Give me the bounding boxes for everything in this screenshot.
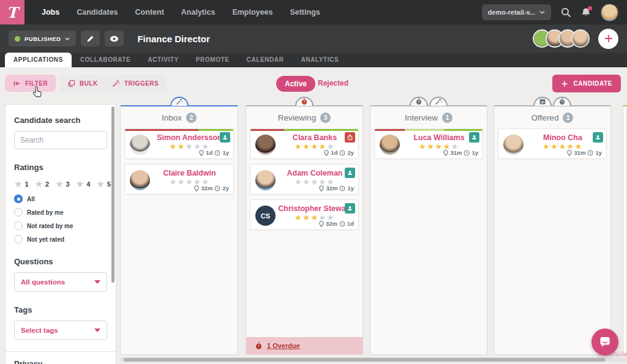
questions-value: All questions — [21, 278, 65, 286]
add-candidate-button[interactable]: CANDIDATE — [552, 75, 621, 92]
stage-header[interactable]: Interview 1 — [370, 106, 487, 128]
rating-filter-not-rated-by-me[interactable]: Not rated by me — [14, 221, 107, 230]
tab-promote[interactable]: PROMOTE — [187, 53, 238, 67]
tab-activity[interactable]: ACTIVITY — [139, 53, 187, 67]
triggers-button[interactable]: TRIGGERS — [104, 75, 167, 92]
avatar-initials: CS — [255, 206, 276, 226]
chevron-down-icon — [94, 329, 100, 332]
rating-filter-not-yet-rated[interactable]: Not yet rated — [14, 235, 107, 243]
candidate-name[interactable]: Christopher Stewart — [277, 204, 352, 213]
nav-item-jobs[interactable]: Jobs — [42, 8, 59, 17]
radio-icon[interactable] — [14, 208, 23, 217]
chat-launcher-button[interactable] — [591, 329, 618, 355]
tags-dropdown[interactable]: Select tags — [14, 321, 107, 340]
stage-column-offered: Offered 1 Minoo Cha ★★★★★ 31m 1y — [494, 105, 611, 355]
radio-icon[interactable] — [14, 235, 23, 243]
clock-icon — [214, 185, 220, 191]
stage-header[interactable]: Offered 1 — [494, 106, 610, 128]
time-in-stage: 32m — [201, 185, 212, 191]
search-icon — [561, 7, 571, 18]
time-in-stage: 31m — [450, 149, 462, 156]
time-since-applied: 1d — [347, 220, 354, 227]
radio-icon[interactable] — [14, 195, 23, 203]
candidate-name[interactable]: Minoo Cha — [525, 133, 600, 142]
bulk-button[interactable]: BULK — [59, 75, 106, 92]
sidebar-scrollbar[interactable] — [111, 106, 115, 283]
tab-calendar[interactable]: CALENDAR — [238, 53, 293, 67]
overdue-stopwatch-icon — [347, 134, 353, 141]
stage-column-partial — [623, 105, 627, 355]
teamtailor-logo[interactable]: T — [0, 0, 24, 24]
nav-item-employees[interactable]: Employees — [232, 8, 272, 17]
nav-item-candidates[interactable]: Candidates — [77, 8, 118, 17]
connected-candidate-badge — [345, 203, 355, 214]
candidate-card[interactable]: Simon Andersson ★★★★★ 1d 1y — [124, 128, 234, 159]
search-button[interactable] — [561, 7, 571, 18]
magic-wand-icon — [176, 98, 183, 105]
star-icon[interactable]: ★ — [76, 179, 84, 190]
rating-filter-rated-by-me[interactable]: Rated by me — [14, 208, 107, 217]
preview-job-button[interactable] — [105, 31, 124, 46]
stage-column-interview: Interview 1 Luca Williams ★★★★★ 31m 1y — [370, 105, 487, 355]
status-dropdown[interactable]: PUBLISHED — [9, 31, 76, 46]
eye-icon — [110, 35, 119, 42]
overdue-footer-link[interactable]: 1 Overdue — [246, 337, 362, 354]
stage-trigger-bump[interactable] — [533, 97, 552, 106]
candidate-name[interactable]: Adam Coleman — [277, 169, 352, 177]
avatar — [130, 135, 150, 155]
stage-trigger-bump[interactable] — [553, 97, 571, 106]
candidate-name[interactable]: Clara Banks — [277, 133, 352, 142]
add-collaborator-button[interactable] — [598, 29, 618, 49]
stage-trigger-bump[interactable] — [429, 97, 448, 106]
nav-item-content[interactable]: Content — [135, 8, 164, 17]
nav-item-settings[interactable]: Settings — [290, 8, 320, 17]
collaborator-avatar[interactable] — [571, 29, 590, 48]
active-toggle[interactable]: Active — [276, 76, 315, 92]
main-nav: Jobs Candidates Content Analytics Employ… — [42, 8, 320, 17]
stage-trigger-bump[interactable] — [410, 97, 428, 106]
person-icon — [595, 134, 601, 141]
candidate-card[interactable]: CS Christopher Stewart ★★★★★ 32m 1d — [250, 199, 359, 230]
board-scrollbar-track — [120, 357, 627, 362]
magic-wand-icon — [435, 98, 442, 105]
rating-scale[interactable]: ★1 ★2 ★3 ★4 ★5 — [14, 179, 107, 190]
edit-job-button[interactable] — [81, 31, 100, 46]
calendar-check-icon — [539, 98, 546, 105]
board-scrollbar-thumb[interactable] — [124, 358, 605, 362]
person-icon — [347, 205, 353, 212]
stage-trigger-bump[interactable] — [295, 97, 314, 106]
avatar — [255, 170, 276, 190]
chevron-down-icon — [539, 10, 545, 14]
rejected-toggle[interactable]: Rejected — [318, 79, 348, 87]
rating-filter-all[interactable]: All — [14, 195, 107, 203]
user-avatar[interactable] — [601, 4, 618, 21]
candidate-name[interactable]: Simon Andersson — [152, 133, 227, 142]
candidate-card[interactable]: Minoo Cha ★★★★★ 31m 1y — [498, 128, 607, 159]
star-icon[interactable]: ★ — [14, 179, 22, 190]
tab-analytics[interactable]: ANALYTICS — [292, 53, 347, 67]
stage-header[interactable]: Reviewing 3 — [246, 106, 362, 128]
stage-trigger-bump[interactable] — [170, 97, 189, 106]
questions-dropdown[interactable]: All questions — [14, 272, 107, 292]
candidate-card[interactable]: Luca Williams ★★★★★ 31m 1y — [374, 128, 483, 159]
search-input[interactable] — [14, 131, 107, 149]
nav-item-analytics[interactable]: Analytics — [181, 8, 216, 17]
plus-icon — [561, 80, 568, 87]
stage-header[interactable]: Inbox 2 — [121, 106, 238, 128]
candidate-card[interactable]: Claire Baldwin ★★★★★ 32m 2y — [124, 164, 234, 195]
filter-button[interactable]: FILTER — [5, 75, 56, 92]
candidate-card[interactable]: Clara Banks ★★★★★ 1d 2y — [250, 128, 359, 159]
candidate-name[interactable]: Luca Williams — [402, 133, 476, 142]
tab-applications[interactable]: APPLICATIONS — [5, 53, 72, 67]
candidate-name[interactable]: Claire Baldwin — [152, 169, 227, 177]
workspace-dropdown[interactable]: demo-retail-v... — [482, 4, 551, 20]
candidate-card[interactable]: Adam Coleman ★★★★★ 32m 1y — [250, 164, 359, 195]
star-icon[interactable]: ★ — [96, 179, 104, 190]
pin-icon — [567, 150, 572, 156]
star-icon[interactable]: ★ — [55, 179, 63, 190]
pin-icon — [443, 150, 448, 156]
tab-collaborate[interactable]: COLLABORATE — [72, 53, 140, 67]
radio-icon[interactable] — [14, 221, 23, 230]
notifications-button[interactable] — [581, 7, 591, 18]
star-icon[interactable]: ★ — [35, 179, 43, 190]
